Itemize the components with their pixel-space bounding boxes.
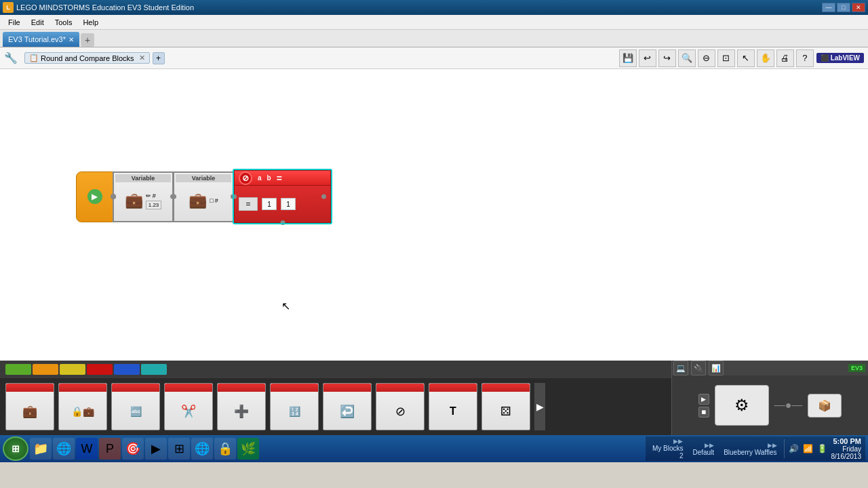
ev3-icon-btn-1[interactable]: 💻: [673, 361, 688, 375]
variable-block-2[interactable]: Variable 💼 □ #: [173, 171, 234, 222]
palette-block-5[interactable]: 🔢: [270, 383, 319, 430]
compare-label-b: b: [267, 174, 271, 182]
maximize-button[interactable]: □: [837, 3, 850, 12]
palette-block-8[interactable]: T: [429, 383, 477, 430]
pan-tool[interactable]: ✋: [757, 49, 774, 67]
palette-color-tabs: [0, 361, 671, 378]
compare-connector-bottom: [280, 220, 285, 225]
breadcrumb-doc-icon: 📋: [29, 54, 39, 62]
toolbar: 🔧 📋 Round and Compare Blocks ✕ + 💾 ↩ ↪ 🔍…: [0, 47, 868, 69]
add-tab-button[interactable]: +: [81, 33, 94, 47]
cursor-tool[interactable]: ↖: [737, 49, 755, 67]
color-tab-teal[interactable]: [141, 364, 167, 375]
palette-block-6-content: ↩️: [340, 404, 355, 419]
zoom-out-button[interactable]: ⊖: [698, 49, 715, 67]
wrench-icon[interactable]: 🔧: [4, 52, 18, 64]
mouse-cursor: [281, 300, 290, 312]
taskbar-word-icon[interactable]: W: [76, 438, 98, 460]
save-button[interactable]: 💾: [619, 49, 637, 67]
tray-speaker-icon[interactable]: 🔊: [789, 444, 799, 453]
palette-block-1-header: [59, 384, 106, 392]
ev3-stop-button[interactable]: ⏹: [698, 407, 709, 418]
palette-block-0[interactable]: 💼: [5, 383, 54, 430]
bottom-panel: 💼 🔒💼 🔤 ✂️ ➕ 🔢: [0, 361, 868, 435]
taskbar-folder-icon[interactable]: 📁: [30, 438, 52, 460]
palette-block-8-content: T: [450, 405, 456, 418]
taskbar-grid-icon[interactable]: ⊞: [168, 438, 190, 460]
palette-block-6[interactable]: ↩️: [323, 383, 372, 430]
print-button[interactable]: 🖨: [776, 49, 794, 67]
ev3-run-button[interactable]: ▶: [698, 394, 709, 405]
palette-block-4[interactable]: ➕: [217, 383, 266, 430]
taskbar-lego-icon[interactable]: 🌿: [237, 438, 259, 460]
menu-tools[interactable]: Tools: [50, 17, 78, 28]
menu-help[interactable]: Help: [77, 17, 104, 28]
fit-button[interactable]: ⊡: [717, 49, 735, 67]
color-tab-yellow[interactable]: [60, 364, 85, 375]
hash-icon-2: #: [215, 197, 218, 204]
default-arrow[interactable]: ▶▶: [705, 442, 714, 449]
palette-block-1[interactable]: 🔒💼: [58, 383, 107, 430]
start-button[interactable]: ⊞: [3, 436, 28, 461]
start-block[interactable]: ▶: [76, 171, 113, 222]
variable-block-1-body: 💼 ✏ # 1.23: [125, 182, 162, 220]
tab-close-icon[interactable]: ✕: [68, 36, 74, 43]
main-canvas[interactable]: ▶ Variable 💼 ✏ # 1.23: [0, 69, 868, 361]
breadcrumb: 📋 Round and Compare Blocks ✕: [24, 52, 150, 64]
my-blocks-label: My Blocks: [652, 445, 684, 452]
taskbar: ⊞ 📁 🌐 W P 🎯 ▶ ⊞ 🌐 🔒 🌿 ▶▶ My Blocks 2 ▶▶ …: [0, 435, 868, 462]
redo-button[interactable]: ↪: [658, 49, 676, 67]
ev3-panel-content: ▶ ⏹ ⚙ —●— 📦: [672, 375, 868, 435]
palette-block-5-header: [271, 384, 318, 392]
palette-block-2-content: 🔤: [130, 406, 142, 417]
zoom-in-button[interactable]: 🔍: [678, 49, 696, 67]
tray-separator: [784, 439, 785, 458]
ev3-badge: EV3: [848, 364, 865, 372]
compare-label-a: a: [258, 174, 262, 182]
taskbar-media-icon[interactable]: ▶: [145, 438, 167, 460]
ev3-icon-btn-3[interactable]: 📊: [709, 361, 724, 375]
tray-network-icon[interactable]: 📶: [803, 444, 813, 453]
ev3-icon-btn-2[interactable]: 🔌: [691, 361, 706, 375]
taskbar-shield-icon[interactable]: 🔒: [214, 438, 236, 460]
blueberry-label: Blueberry Waffles: [724, 449, 776, 456]
taskbar-powerpoint-icon[interactable]: P: [99, 438, 121, 460]
palette-blocks: 💼 🔒💼 🔤 ✂️ ➕ 🔢: [0, 378, 671, 435]
menu-file[interactable]: File: [3, 17, 26, 28]
title-bar: L LEGO MINDSTORMS Education EV3 Student …: [0, 0, 868, 15]
palette-block-3-header: [165, 384, 212, 392]
palette-block-7[interactable]: ⊘: [376, 383, 425, 430]
palette-block-2-header: [112, 384, 159, 392]
clock-date: 8/16/2013: [831, 453, 862, 460]
play-icon: ▶: [87, 189, 102, 204]
close-button[interactable]: ✕: [852, 3, 865, 12]
taskbar-browser-icon[interactable]: 🌐: [191, 438, 213, 460]
palette-block-3[interactable]: ✂️: [164, 383, 213, 430]
color-tab-blue[interactable]: [114, 364, 140, 375]
blueberry-arrow[interactable]: ▶▶: [768, 442, 777, 449]
my-blocks-arrow[interactable]: ▶▶: [673, 438, 683, 445]
help-button[interactable]: ?: [796, 49, 814, 67]
undo-button[interactable]: ↩: [639, 49, 656, 67]
palette-block-2[interactable]: 🔤: [111, 383, 160, 430]
clock-display[interactable]: 5:00 PM Friday 8/16/2013: [831, 437, 862, 460]
color-tab-green[interactable]: [5, 364, 31, 375]
add-sequence-button[interactable]: +: [153, 52, 165, 64]
var1-row2: 1.23: [146, 201, 162, 209]
compare-block[interactable]: ⊘ a b = = 1 1: [233, 169, 332, 224]
taskbar-target-icon[interactable]: 🎯: [122, 438, 144, 460]
palette-block-9[interactable]: ⚄: [481, 383, 530, 430]
taskbar-chrome-icon[interactable]: 🌐: [53, 438, 75, 460]
minimize-button[interactable]: —: [822, 3, 835, 12]
main-tab[interactable]: EV3 Tutorial.ev3* ✕: [3, 32, 79, 47]
square-icon: □: [210, 197, 213, 204]
variable-block-1[interactable]: Variable 💼 ✏ # 1.23: [113, 171, 174, 222]
menu-edit[interactable]: Edit: [26, 17, 50, 28]
color-tab-orange[interactable]: [33, 364, 58, 375]
palette-block-9-header: [482, 384, 530, 392]
breadcrumb-close-icon[interactable]: ✕: [139, 54, 145, 62]
breadcrumb-label: Round and Compare Blocks: [41, 54, 134, 62]
tray-battery-icon[interactable]: 🔋: [817, 444, 827, 453]
palette-scroll-right[interactable]: ▶: [534, 383, 545, 430]
color-tab-red[interactable]: [87, 364, 113, 375]
